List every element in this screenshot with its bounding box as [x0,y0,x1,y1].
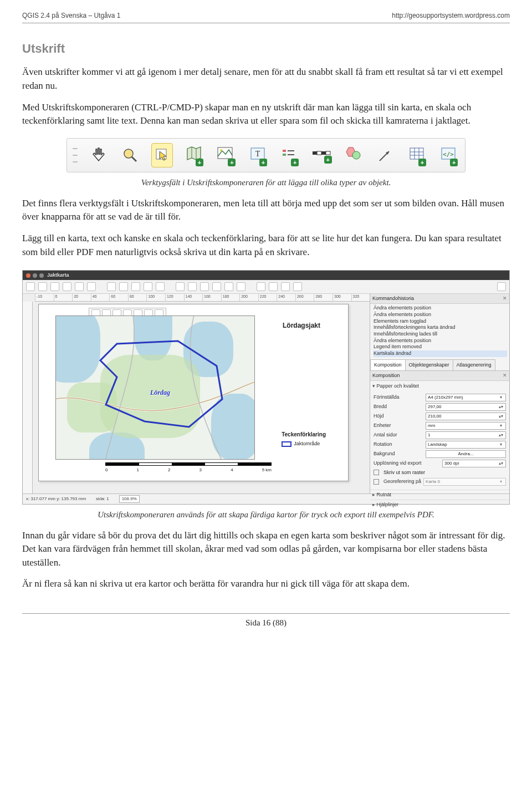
composer-canvas[interactable]: -100204060801001201401601802002202402602… [23,294,370,493]
toolbar-button[interactable] [257,282,265,291]
toolbar-button[interactable] [63,282,71,291]
toolbar-button[interactable] [176,282,185,291]
caption-composer: Utskriftskomponeraren används för att sk… [22,509,510,521]
toolbar-button[interactable] [224,282,233,291]
rotation-select[interactable]: Landskap▾ [426,441,506,449]
composer-side-panel: Kommandohistoria ✕ Ändra elementets posi… [370,294,509,493]
add-table-icon[interactable]: + [406,143,427,167]
svg-text:T: T [255,150,260,158]
toolbar-button[interactable] [131,282,140,291]
toolbar-button[interactable] [38,282,47,291]
add-arrow-icon[interactable] [374,143,396,167]
units-label: Enheter [374,422,423,429]
toolbar-button[interactable] [144,282,152,291]
page-footer: Sida 16 (88) [22,613,510,629]
history-item[interactable]: Legend item removed [374,344,507,350]
history-item[interactable]: Elementets ram togglad [374,318,507,325]
minimize-icon[interactable] [33,273,37,278]
close-icon[interactable]: ✕ [503,295,507,302]
width-input[interactable]: 297,00▴▾ [426,403,506,411]
plus-badge-icon: + [259,159,267,166]
history-item[interactable]: Ändra elementets position [374,312,507,318]
toolbar-button[interactable] [75,282,84,291]
toolbar-button[interactable] [293,282,302,291]
tab-item-properties[interactable]: Objektegenskaper [405,359,453,370]
legend-item[interactable]: Teckenförklaring Jaktområde [282,431,326,448]
pages-label: Antal sidor [374,431,423,439]
toolbar-button[interactable] [156,282,165,291]
para-4: Lägg till en karta, text och kanske en s… [22,232,510,259]
tab-composition[interactable]: Komposition [370,359,406,370]
svg-rect-7 [283,150,286,152]
add-html-icon[interactable]: </> + [438,143,459,167]
legend-title: Teckenförklaring [282,431,326,439]
svg-text:</>: </> [443,151,454,158]
toolbar-button[interactable] [119,282,128,291]
layout-page[interactable]: Lördag Lördagsjakt Teckenförklaring Jakt… [38,304,349,481]
toolbar-button[interactable] [497,282,506,291]
paper-section-header[interactable]: Papper och kvalitet [370,381,509,391]
window-title: Jaktkarta [47,272,69,279]
map-item[interactable]: Lördag [55,315,255,460]
toolbar-button[interactable] [212,282,221,291]
para-1: Även utskrifter kommer vi att gå igenom … [22,65,510,93]
close-icon[interactable] [26,273,30,278]
zoom-icon[interactable] [119,143,141,167]
toolbar-button[interactable] [188,282,197,291]
tab-atlas[interactable]: Atlasgenerering [453,359,495,370]
para-6: Är ni flera så kan ni skriva ut era kart… [22,577,510,591]
toolbar-button[interactable] [26,282,35,291]
guides-section[interactable]: Hjälplinjer [370,500,509,510]
add-scalebar-icon[interactable]: + [310,143,332,167]
history-item[interactable]: Innehållsförteckning lades till [374,331,507,338]
export-res-input[interactable]: 300 dpi▴▾ [442,460,506,467]
background-button[interactable]: Ändra... [426,450,506,458]
toolbar-button[interactable] [87,282,96,291]
add-shape-icon[interactable] [342,143,364,167]
property-tabs: Komposition Objektegenskaper Atlasgenere… [370,359,509,371]
scalebar-item[interactable]: 0 1 2 3 4 5 km [105,462,272,474]
georef-checkbox[interactable] [374,479,379,485]
close-icon[interactable]: ✕ [503,372,507,379]
history-item[interactable]: Innehållsförteckningens karta ändrad [374,324,507,331]
plus-badge-icon: + [418,159,426,166]
height-input[interactable]: 210,00▴▾ [426,413,506,420]
pages-input[interactable]: 1▴▾ [426,431,506,439]
preset-select[interactable]: A4 (210x297 mm)▾ [426,394,506,401]
raster-label: Skriv ut som raster [383,469,425,476]
toolbar-button[interactable] [269,282,278,291]
georef-select[interactable]: Karta 0▾ [423,478,506,486]
background-label: Bakgrund [374,450,423,457]
header-left: QGIS 2.4 på Svenska – Utgåva 1 [22,11,120,21]
select-icon[interactable] [151,143,173,167]
raster-checkbox[interactable] [374,470,379,475]
pan-icon[interactable] [88,143,109,167]
toolbar-button[interactable] [107,282,116,291]
legend-entry: Jaktområde [294,440,320,447]
history-list[interactable]: Ändra elementets position Ändra elemente… [370,304,509,359]
svg-rect-12 [317,151,321,155]
add-label-icon[interactable]: T + [247,143,268,167]
history-item[interactable]: Kartskala ändrad [374,350,507,357]
layout-title-label[interactable]: Lördagsjakt [283,321,320,330]
add-legend-icon[interactable]: + [279,143,300,167]
history-item[interactable]: Ändra elementets position [374,338,507,344]
svg-marker-26 [100,341,222,427]
maximize-icon[interactable] [39,273,44,278]
svg-rect-19 [410,148,423,159]
toolbar-button[interactable] [281,282,290,291]
composer-toolbar [23,280,509,294]
zoom-input[interactable]: 108.9% [119,495,140,503]
section-title: Utskrift [22,40,510,58]
add-map-icon[interactable]: + [183,143,204,167]
toolbar-button[interactable] [237,282,245,291]
toolbar-button[interactable] [50,282,59,291]
add-image-icon[interactable]: + [215,143,237,167]
units-select[interactable]: mm▾ [426,422,506,430]
plus-badge-icon: + [196,159,203,166]
toolbar-button[interactable] [200,282,209,291]
svg-point-0 [124,149,133,158]
history-item[interactable]: Ändra elementets position [374,305,507,312]
width-label: Bredd [374,403,423,410]
grid-section[interactable]: Rutnät [370,490,509,500]
